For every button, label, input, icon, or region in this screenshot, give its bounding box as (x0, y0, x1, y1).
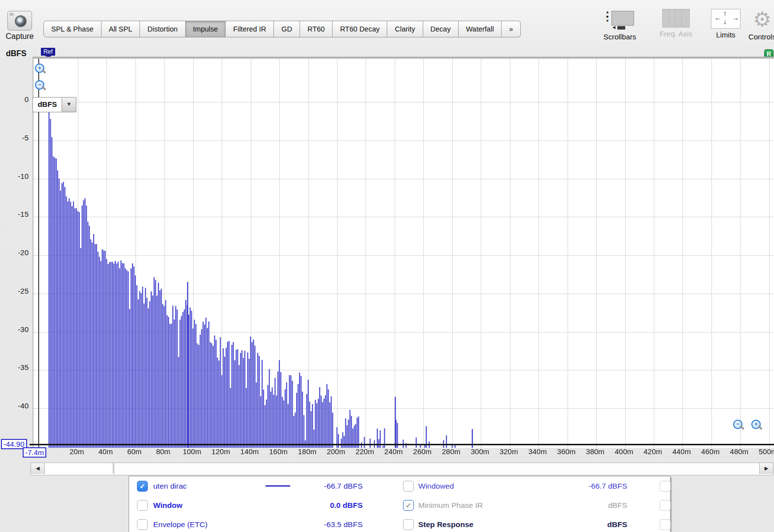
freq-axis-label: Freq. Axis (654, 30, 698, 38)
tab-filtered-ir[interactable]: Filtered IR (226, 21, 274, 37)
tab-all-spl[interactable]: All SPL (101, 21, 140, 37)
tab-impulse[interactable]: Impulse (186, 21, 226, 37)
zoom-in-y-icon[interactable]: + (34, 63, 46, 75)
trace-checkbox-clipped[interactable] (660, 519, 671, 530)
y-unit-value: dBFS (33, 98, 62, 112)
tab-rt60[interactable]: RT60 (300, 21, 333, 37)
y-tick-label: -20 (0, 248, 29, 257)
legend-row-minimum-phase-ir: ✓Minimum Phase IRdBFS (129, 496, 670, 515)
ref-marker-flag[interactable]: Ref (41, 48, 55, 56)
scrollbars-label: Scrollbars (598, 33, 642, 41)
trace-checkbox-clipped[interactable] (660, 500, 671, 511)
scroll-left-arrow[interactable]: ◀ (31, 463, 45, 474)
legend-row-step-response: Step ResponsedBFS (129, 515, 670, 532)
freq-axis-button: Freq. Axis (654, 9, 698, 38)
scrollbars-button[interactable]: ▲■▼ ◀ ▶ Scrollbars (598, 9, 642, 41)
y-axis-title: dBFS (6, 49, 27, 58)
horizontal-scrollbar[interactable]: ◀ ▶ (31, 463, 774, 475)
y-tick-label: -35 (0, 363, 29, 371)
tab--[interactable]: » (502, 21, 521, 37)
y-tick-label: -25 (0, 287, 29, 295)
y-tick-label: -10 (0, 172, 29, 180)
y-tick-label: -30 (0, 325, 29, 333)
x-tick-label: 500m (748, 447, 774, 456)
scrollbars-icon: ▲■▼ ◀ ▶ (605, 9, 635, 31)
limits-icon: ↑ ← → ↓ (711, 9, 740, 29)
controls-button[interactable]: ⚙ Controls (740, 9, 774, 41)
y-unit-dropdown[interactable]: dBFS ▼ (33, 97, 76, 112)
trace-checkbox[interactable] (403, 519, 414, 530)
trace-checkbox[interactable] (403, 481, 414, 492)
graph-tab-bar: SPL & PhaseAll SPLDistortionImpulseFilte… (43, 21, 521, 37)
tab-waterfall[interactable]: Waterfall (459, 21, 502, 37)
trace-label[interactable]: Minimum Phase IR (418, 496, 483, 515)
rew-impulse-window: Capture SPL & PhaseAll SPLDistortionImpu… (0, 0, 774, 532)
y-tick-label: 0 (0, 95, 29, 103)
tab-distortion[interactable]: Distortion (140, 21, 185, 37)
tab-spl-phase[interactable]: SPL & Phase (43, 21, 101, 37)
trace-checkbox-clipped[interactable] (660, 481, 671, 492)
tab-rt60-decay[interactable]: RT60 Decay (333, 21, 387, 37)
controls-label: Controls (740, 33, 774, 41)
scroll-right-arrow[interactable]: ▶ (759, 463, 773, 474)
x-axis-left-limit[interactable]: -7.4m (23, 447, 46, 458)
tab-gd[interactable]: GD (274, 21, 300, 37)
zoom-in-x-icon[interactable]: + (751, 419, 763, 431)
y-tick-label: -40 (0, 401, 29, 410)
y-tick-label: -5 (0, 133, 29, 142)
zoom-out-y-icon[interactable]: − (34, 80, 46, 92)
impulse-plot-area[interactable] (33, 57, 774, 448)
capture-button[interactable]: Capture (3, 11, 36, 43)
x-axis-line (30, 444, 774, 445)
tab-decay[interactable]: Decay (423, 21, 459, 37)
legend-row-windowed: Windowed-66.7 dBFS (129, 476, 670, 496)
freq-axis-icon (662, 9, 690, 28)
camera-icon (7, 11, 32, 31)
gear-icon: ⚙ (740, 9, 774, 31)
trace-legend-panel: ✓uten dirac-66.7 dBFSWindow0.0 dBFSEnvel… (129, 476, 671, 532)
trace-label[interactable]: Step Response (418, 515, 473, 532)
y-tick-label: -15 (0, 210, 29, 218)
chevron-down-icon[interactable]: ▼ (62, 98, 76, 112)
impulse-response-chart[interactable] (34, 59, 774, 448)
trace-label[interactable]: Windowed (418, 476, 454, 496)
capture-label: Capture (3, 32, 36, 41)
trace-level-value: -66.7 dBFS (558, 476, 627, 496)
trace-level-value: dBFS (558, 496, 627, 515)
trace-level-value: dBFS (558, 515, 627, 532)
zoom-out-x-icon[interactable]: − (733, 419, 744, 431)
scrollbar-thumb[interactable] (45, 463, 114, 474)
tab-clarity[interactable]: Clarity (387, 21, 423, 37)
trace-checkbox: ✓ (403, 500, 414, 511)
